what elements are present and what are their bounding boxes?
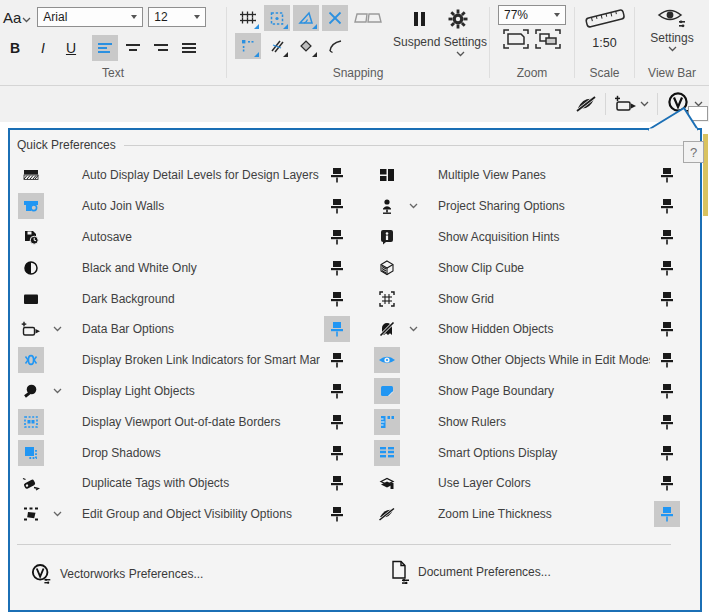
scale-value[interactable]: 1:50 — [592, 36, 616, 50]
pref-label[interactable]: Show Hidden Objects — [422, 322, 650, 336]
snap-to-arc-button[interactable] — [322, 33, 348, 59]
pref-label[interactable]: Show Rulers — [422, 415, 650, 429]
ribbon-toolbar: Aa Arial 12 B I U — [0, 0, 709, 86]
pin-toggle[interactable] — [654, 316, 680, 342]
document-preferences-button[interactable]: Document Preferences... — [390, 560, 551, 584]
snap-to-angle-button[interactable] — [293, 5, 319, 31]
pin-toggle[interactable] — [654, 162, 680, 188]
pref-label[interactable]: Edit Group and Object Visibility Options — [66, 507, 320, 521]
preferences-column-left: Auto Display Detail Levels for Design La… — [18, 160, 350, 530]
preferences-column-right: Multiple View Panes Project Sharing Opti… — [374, 160, 680, 530]
snap-to-tangent-button[interactable] — [293, 33, 319, 59]
pref-label[interactable]: Duplicate Tags with Objects — [66, 476, 320, 490]
pin-toggle[interactable] — [654, 440, 680, 466]
align-center-button[interactable] — [120, 35, 146, 61]
pin-toggle[interactable] — [324, 162, 350, 188]
pin-toggle[interactable] — [654, 378, 680, 404]
pref-label[interactable]: Project Sharing Options — [422, 199, 650, 213]
suspend-settings-label[interactable]: Suspend Settings — [393, 35, 487, 49]
group-visibility-icon — [18, 501, 44, 527]
pref-label[interactable]: Drop Shadows — [66, 446, 320, 460]
suspend-pause-icon[interactable] — [413, 11, 426, 27]
italic-button[interactable]: I — [30, 35, 56, 61]
pin-toggle[interactable] — [324, 347, 350, 373]
scale-ruler-icon[interactable] — [582, 5, 628, 31]
pref-label[interactable]: Multiple View Panes — [422, 168, 650, 182]
pin-toggle[interactable] — [654, 286, 680, 312]
combo-arrow-icon — [194, 15, 200, 19]
dropdown-chevron-icon[interactable] — [48, 388, 66, 394]
snap-to-object-button[interactable] — [264, 5, 290, 31]
align-left-button[interactable] — [92, 35, 118, 61]
pin-toggle[interactable] — [654, 193, 680, 219]
snap-to-grid-button[interactable] — [235, 5, 261, 31]
pref-label[interactable]: Zoom Line Thickness — [422, 507, 650, 521]
font-size-combobox[interactable]: 12 — [148, 7, 206, 27]
pref-label[interactable]: Auto Join Walls — [66, 199, 320, 213]
dropdown-chevron-icon[interactable] — [404, 326, 422, 332]
dropdown-chevron-icon[interactable] — [48, 511, 66, 517]
pref-label[interactable]: Dark Background — [66, 292, 320, 306]
zoom-level-combobox[interactable]: 77% — [498, 5, 566, 25]
dropdown-chevron-icon[interactable] — [404, 203, 422, 209]
pin-toggle[interactable] — [654, 470, 680, 496]
fit-to-page-area-icon[interactable] — [503, 29, 529, 49]
mode-corner-icon — [312, 24, 317, 29]
snap-to-distance-button[interactable] — [235, 33, 261, 59]
align-justify-icon — [180, 41, 198, 55]
pin-toggle[interactable] — [654, 255, 680, 281]
font-style-button[interactable]: Aa — [2, 9, 32, 26]
pin-toggle[interactable] — [324, 193, 350, 219]
pin-toggle[interactable] — [324, 440, 350, 466]
pin-toggle[interactable] — [654, 224, 680, 250]
pref-label[interactable]: Show Acquisition Hints — [422, 230, 650, 244]
help-button[interactable]: ? — [683, 141, 704, 163]
pin-toggle[interactable] — [324, 409, 350, 435]
font-family-combobox[interactable]: Arial — [37, 7, 143, 27]
fit-to-objects-icon[interactable] — [535, 29, 561, 49]
pref-label[interactable]: Display Light Objects — [66, 384, 320, 398]
snap-to-smart-edge-button[interactable] — [264, 33, 290, 59]
chevron-down-icon[interactable] — [668, 46, 677, 52]
pref-label[interactable]: Display Broken Link Indicators for Smart… — [66, 353, 320, 367]
pin-icon — [659, 321, 675, 337]
show-other-objects-eye-icon — [374, 347, 400, 373]
pin-toggle[interactable] — [324, 286, 350, 312]
vectorworks-preferences-button[interactable]: Vectorworks Preferences... — [30, 562, 203, 586]
pin-toggle[interactable] — [324, 378, 350, 404]
viewbar-settings-label[interactable]: Settings — [650, 31, 693, 45]
align-justify-button[interactable] — [176, 35, 202, 61]
bold-button[interactable]: B — [2, 35, 28, 61]
snap-to-intersection-button[interactable] — [322, 5, 348, 31]
pref-label[interactable]: Use Layer Colors — [422, 476, 650, 490]
pref-label[interactable]: Show Other Objects While in Edit Modes — [422, 353, 650, 367]
pin-toggle[interactable] — [324, 255, 350, 281]
snap-to-working-plane-button[interactable] — [351, 5, 385, 31]
pin-toggle[interactable] — [654, 347, 680, 373]
pref-label[interactable]: Smart Options Display — [422, 446, 650, 460]
pin-icon-active — [659, 506, 675, 522]
chevron-down-icon[interactable] — [456, 51, 465, 57]
pref-label[interactable]: Autosave — [66, 230, 320, 244]
view-settings-eye-icon[interactable] — [657, 5, 687, 29]
pref-label[interactable]: Show Clip Cube — [422, 261, 650, 275]
pin-toggle[interactable] — [324, 470, 350, 496]
pin-toggle[interactable] — [654, 409, 680, 435]
pref-label[interactable]: Display Viewport Out-of-date Borders — [66, 415, 320, 429]
light-objects-icon — [18, 378, 44, 404]
pref-label[interactable]: Data Bar Options — [66, 322, 320, 336]
pref-label[interactable]: Black and White Only — [66, 261, 320, 275]
pin-toggle[interactable] — [324, 501, 350, 527]
pref-label[interactable]: Show Grid — [422, 292, 650, 306]
pin-toggle[interactable] — [654, 501, 680, 527]
snapping-settings-gear-icon[interactable] — [448, 9, 468, 29]
hide-objects-button[interactable] — [571, 90, 601, 118]
drop-shadows-icon — [18, 440, 44, 466]
pref-label[interactable]: Show Page Boundary — [422, 384, 650, 398]
underline-button[interactable]: U — [58, 35, 84, 61]
pref-label[interactable]: Auto Display Detail Levels for Design La… — [66, 168, 320, 182]
dropdown-chevron-icon[interactable] — [48, 326, 66, 332]
align-right-button[interactable] — [148, 35, 174, 61]
pin-toggle[interactable] — [324, 316, 350, 342]
pin-toggle[interactable] — [324, 224, 350, 250]
